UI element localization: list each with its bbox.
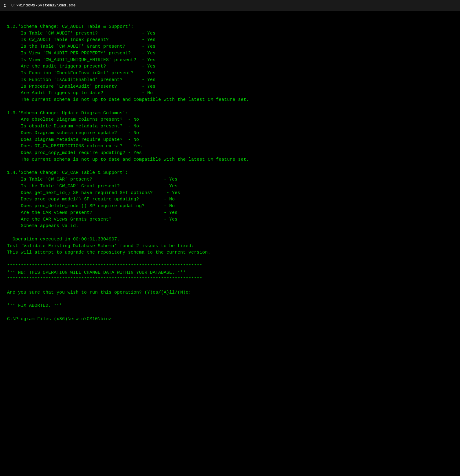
terminal-body[interactable]: 1.2.'Schema Change: CW_AUDIT Table & Sup… xyxy=(0,11,460,476)
cmd-icon: C: xyxy=(3,3,9,9)
window-title: C:\Windows\System32\cmd.exe xyxy=(11,3,76,9)
cmd-window: C: C:\Windows\System32\cmd.exe 1.2.'Sche… xyxy=(0,0,460,476)
title-bar: C: C:\Windows\System32\cmd.exe xyxy=(0,0,460,11)
svg-text:C:: C: xyxy=(4,4,8,8)
terminal-output: 1.2.'Schema Change: CW_AUDIT Table & Sup… xyxy=(7,17,453,323)
